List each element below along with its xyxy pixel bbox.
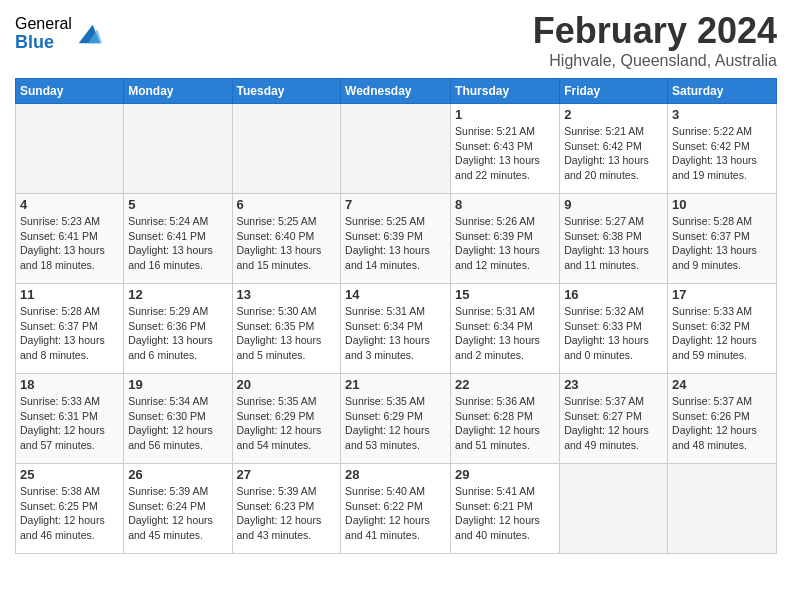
calendar-week-row: 25Sunrise: 5:38 AMSunset: 6:25 PMDayligh… [16,464,777,554]
calendar-cell: 19Sunrise: 5:34 AMSunset: 6:30 PMDayligh… [124,374,232,464]
day-header-wednesday: Wednesday [341,79,451,104]
calendar-cell: 15Sunrise: 5:31 AMSunset: 6:34 PMDayligh… [451,284,560,374]
page-header: General Blue February 2024 Highvale, Que… [15,10,777,70]
day-info: Sunrise: 5:40 AMSunset: 6:22 PMDaylight:… [345,484,446,543]
day-header-sunday: Sunday [16,79,124,104]
calendar-cell: 11Sunrise: 5:28 AMSunset: 6:37 PMDayligh… [16,284,124,374]
day-number: 7 [345,197,446,212]
day-number: 11 [20,287,119,302]
day-number: 21 [345,377,446,392]
day-number: 9 [564,197,663,212]
day-info: Sunrise: 5:24 AMSunset: 6:41 PMDaylight:… [128,214,227,273]
calendar-week-row: 11Sunrise: 5:28 AMSunset: 6:37 PMDayligh… [16,284,777,374]
day-number: 14 [345,287,446,302]
logo-general: General [15,15,72,33]
calendar-table: SundayMondayTuesdayWednesdayThursdayFrid… [15,78,777,554]
calendar-cell: 21Sunrise: 5:35 AMSunset: 6:29 PMDayligh… [341,374,451,464]
day-info: Sunrise: 5:25 AMSunset: 6:39 PMDaylight:… [345,214,446,273]
day-info: Sunrise: 5:22 AMSunset: 6:42 PMDaylight:… [672,124,772,183]
calendar-cell: 24Sunrise: 5:37 AMSunset: 6:26 PMDayligh… [668,374,777,464]
logo-blue: Blue [15,33,72,53]
day-number: 5 [128,197,227,212]
calendar-cell: 14Sunrise: 5:31 AMSunset: 6:34 PMDayligh… [341,284,451,374]
day-number: 19 [128,377,227,392]
calendar-cell [341,104,451,194]
day-header-monday: Monday [124,79,232,104]
day-number: 17 [672,287,772,302]
day-number: 27 [237,467,337,482]
day-number: 13 [237,287,337,302]
logo-icon [74,20,102,48]
day-number: 12 [128,287,227,302]
day-info: Sunrise: 5:31 AMSunset: 6:34 PMDaylight:… [455,304,555,363]
calendar-cell [560,464,668,554]
day-header-friday: Friday [560,79,668,104]
day-info: Sunrise: 5:21 AMSunset: 6:43 PMDaylight:… [455,124,555,183]
day-number: 2 [564,107,663,122]
day-number: 10 [672,197,772,212]
day-info: Sunrise: 5:29 AMSunset: 6:36 PMDaylight:… [128,304,227,363]
calendar-cell: 5Sunrise: 5:24 AMSunset: 6:41 PMDaylight… [124,194,232,284]
day-number: 16 [564,287,663,302]
day-number: 25 [20,467,119,482]
day-header-thursday: Thursday [451,79,560,104]
day-info: Sunrise: 5:37 AMSunset: 6:27 PMDaylight:… [564,394,663,453]
day-number: 26 [128,467,227,482]
day-number: 18 [20,377,119,392]
day-info: Sunrise: 5:36 AMSunset: 6:28 PMDaylight:… [455,394,555,453]
day-info: Sunrise: 5:26 AMSunset: 6:39 PMDaylight:… [455,214,555,273]
calendar-cell: 7Sunrise: 5:25 AMSunset: 6:39 PMDaylight… [341,194,451,284]
day-info: Sunrise: 5:37 AMSunset: 6:26 PMDaylight:… [672,394,772,453]
calendar-cell: 29Sunrise: 5:41 AMSunset: 6:21 PMDayligh… [451,464,560,554]
calendar-cell: 8Sunrise: 5:26 AMSunset: 6:39 PMDaylight… [451,194,560,284]
day-info: Sunrise: 5:21 AMSunset: 6:42 PMDaylight:… [564,124,663,183]
location-title: Highvale, Queensland, Australia [533,52,777,70]
calendar-cell [232,104,341,194]
calendar-cell: 4Sunrise: 5:23 AMSunset: 6:41 PMDaylight… [16,194,124,284]
day-info: Sunrise: 5:39 AMSunset: 6:24 PMDaylight:… [128,484,227,543]
calendar-cell: 26Sunrise: 5:39 AMSunset: 6:24 PMDayligh… [124,464,232,554]
calendar-cell: 27Sunrise: 5:39 AMSunset: 6:23 PMDayligh… [232,464,341,554]
calendar-cell [16,104,124,194]
day-number: 29 [455,467,555,482]
calendar-cell [124,104,232,194]
day-info: Sunrise: 5:35 AMSunset: 6:29 PMDaylight:… [345,394,446,453]
logo: General Blue [15,15,102,52]
day-info: Sunrise: 5:33 AMSunset: 6:31 PMDaylight:… [20,394,119,453]
day-info: Sunrise: 5:31 AMSunset: 6:34 PMDaylight:… [345,304,446,363]
day-info: Sunrise: 5:27 AMSunset: 6:38 PMDaylight:… [564,214,663,273]
day-info: Sunrise: 5:25 AMSunset: 6:40 PMDaylight:… [237,214,337,273]
calendar-cell: 3Sunrise: 5:22 AMSunset: 6:42 PMDaylight… [668,104,777,194]
day-number: 4 [20,197,119,212]
calendar-cell: 1Sunrise: 5:21 AMSunset: 6:43 PMDaylight… [451,104,560,194]
calendar-cell: 28Sunrise: 5:40 AMSunset: 6:22 PMDayligh… [341,464,451,554]
day-number: 1 [455,107,555,122]
day-number: 28 [345,467,446,482]
title-area: February 2024 Highvale, Queensland, Aust… [533,10,777,70]
calendar-cell: 6Sunrise: 5:25 AMSunset: 6:40 PMDaylight… [232,194,341,284]
calendar-cell: 10Sunrise: 5:28 AMSunset: 6:37 PMDayligh… [668,194,777,284]
calendar-cell: 13Sunrise: 5:30 AMSunset: 6:35 PMDayligh… [232,284,341,374]
calendar-cell: 18Sunrise: 5:33 AMSunset: 6:31 PMDayligh… [16,374,124,464]
calendar-week-row: 4Sunrise: 5:23 AMSunset: 6:41 PMDaylight… [16,194,777,284]
day-info: Sunrise: 5:41 AMSunset: 6:21 PMDaylight:… [455,484,555,543]
calendar-cell: 20Sunrise: 5:35 AMSunset: 6:29 PMDayligh… [232,374,341,464]
day-number: 22 [455,377,555,392]
day-info: Sunrise: 5:39 AMSunset: 6:23 PMDaylight:… [237,484,337,543]
day-number: 24 [672,377,772,392]
day-info: Sunrise: 5:38 AMSunset: 6:25 PMDaylight:… [20,484,119,543]
day-number: 20 [237,377,337,392]
month-title: February 2024 [533,10,777,52]
calendar-cell [668,464,777,554]
calendar-week-row: 18Sunrise: 5:33 AMSunset: 6:31 PMDayligh… [16,374,777,464]
day-number: 8 [455,197,555,212]
calendar-cell: 2Sunrise: 5:21 AMSunset: 6:42 PMDaylight… [560,104,668,194]
day-info: Sunrise: 5:28 AMSunset: 6:37 PMDaylight:… [20,304,119,363]
day-number: 6 [237,197,337,212]
calendar-cell: 12Sunrise: 5:29 AMSunset: 6:36 PMDayligh… [124,284,232,374]
day-info: Sunrise: 5:32 AMSunset: 6:33 PMDaylight:… [564,304,663,363]
calendar-header-row: SundayMondayTuesdayWednesdayThursdayFrid… [16,79,777,104]
day-header-tuesday: Tuesday [232,79,341,104]
day-info: Sunrise: 5:33 AMSunset: 6:32 PMDaylight:… [672,304,772,363]
calendar-cell: 23Sunrise: 5:37 AMSunset: 6:27 PMDayligh… [560,374,668,464]
